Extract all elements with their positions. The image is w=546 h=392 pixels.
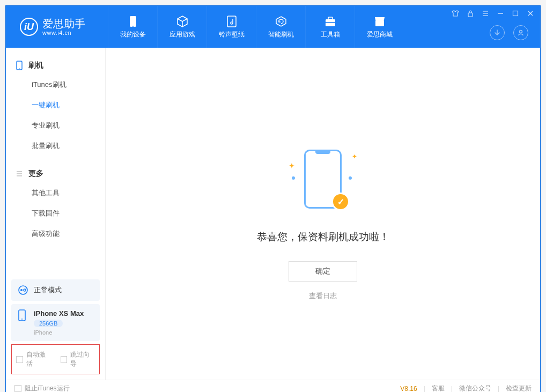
svg-rect-5: [326, 22, 335, 23]
tab-smart-flash[interactable]: 智能刷机: [256, 6, 305, 48]
svg-point-17: [19, 68, 20, 69]
version-label: V8.16: [400, 385, 417, 393]
check-badge-icon: ✓: [331, 193, 350, 211]
checkbox-label: 自动激活: [26, 350, 51, 368]
logo-text: 爱思助手 www.i4.cn: [42, 18, 85, 36]
tab-label: 我的设备: [120, 30, 146, 39]
sidebar-item-itunes-flash[interactable]: iTunes刷机: [6, 75, 105, 95]
dot-icon: [349, 176, 352, 180]
footer-link-support[interactable]: 客服: [432, 384, 445, 392]
checkbox-label: 阻止iTunes运行: [25, 384, 70, 392]
app-footer: 阻止iTunes运行 V8.16 | 客服 | 微信公众号 | 检查更新: [6, 380, 540, 392]
svg-rect-0: [130, 16, 136, 27]
sparkle-icon: ✦: [352, 153, 357, 160]
svg-point-23: [24, 289, 26, 291]
divider: |: [498, 385, 499, 393]
success-message: 恭喜您，保资料刷机成功啦！: [257, 230, 389, 244]
shop-icon: [373, 15, 386, 28]
sidebar: 刷机 iTunes刷机 一键刷机 专业刷机 批量刷机 更多 其他工具 下载固件 …: [6, 48, 106, 380]
mode-box[interactable]: 正常模式: [11, 279, 100, 301]
tab-toolbox[interactable]: 工具箱: [305, 6, 355, 48]
footer-link-wechat[interactable]: 微信公众号: [459, 384, 491, 392]
svg-point-22: [20, 289, 23, 291]
sidebar-group-flash: 刷机 iTunes刷机 一键刷机 专业刷机 批量刷机: [6, 48, 105, 156]
tab-label: 应用游戏: [169, 30, 195, 39]
svg-rect-1: [132, 26, 134, 27]
sparkle-icon: ✦: [289, 161, 295, 170]
svg-rect-2: [227, 16, 236, 27]
device-icon: [18, 309, 28, 320]
sidebar-item-onekey-flash[interactable]: 一键刷机: [6, 95, 105, 115]
svg-point-25: [21, 319, 23, 320]
toolbox-icon: [324, 15, 337, 28]
svg-rect-4: [328, 17, 333, 19]
sidebar-item-batch-flash[interactable]: 批量刷机: [6, 136, 105, 156]
svg-rect-7: [468, 13, 473, 17]
tab-label: 铃声壁纸: [219, 30, 245, 39]
window-controls: [451, 9, 535, 18]
success-illustration: ✦ ✦ ✓: [285, 150, 360, 214]
nav-tabs: 我的设备 应用游戏 铃声壁纸 智能刷机: [108, 6, 404, 48]
sidebar-device-panel: 正常模式 iPhone XS Max 256GB iPhone 自动激: [6, 276, 105, 380]
checkbox-skip-guide[interactable]: 跳过向导: [61, 350, 95, 368]
divider: |: [451, 385, 453, 393]
sync-icon: [275, 15, 287, 28]
view-log-link[interactable]: 查看日志: [309, 291, 337, 301]
device-info: iPhone XS Max 256GB iPhone: [34, 309, 84, 336]
mode-icon: [18, 285, 28, 295]
group-title: 刷机: [28, 61, 43, 70]
app-header: iU 爱思助手 www.i4.cn 我的设备 应用游戏: [6, 6, 540, 48]
checkbox-label: 跳过向导: [70, 350, 95, 368]
ok-button[interactable]: 确定: [289, 261, 357, 282]
logo-icon: iU: [20, 18, 38, 36]
footer-left: 阻止iTunes运行: [14, 384, 70, 392]
more-icon: [16, 170, 23, 177]
checkbox-icon: [16, 356, 23, 363]
sidebar-group-more: 更多 其他工具 下载固件 高级功能: [6, 156, 105, 244]
sidebar-item-advanced[interactable]: 高级功能: [6, 224, 105, 244]
tab-ringtones-wallpapers[interactable]: 铃声壁纸: [206, 6, 256, 48]
account-button[interactable]: [513, 25, 528, 40]
tab-store[interactable]: 爱思商城: [355, 6, 404, 48]
tab-my-device[interactable]: 我的设备: [108, 6, 157, 48]
device-small-icon: [16, 61, 23, 70]
device-name: iPhone XS Max: [34, 309, 84, 317]
tab-label: 智能刷机: [268, 30, 294, 39]
sidebar-group-header: 刷机: [6, 56, 105, 75]
shirt-icon[interactable]: [451, 9, 460, 18]
download-button[interactable]: [490, 25, 505, 40]
phone-notch: [315, 151, 330, 154]
menu-icon[interactable]: [481, 9, 490, 18]
footer-right: V8.16 | 客服 | 微信公众号 | 检查更新: [400, 384, 532, 392]
sidebar-item-pro-flash[interactable]: 专业刷机: [6, 115, 105, 136]
maximize-icon[interactable]: [511, 9, 520, 18]
main-content: ✦ ✦ ✓ 恭喜您，保资料刷机成功啦！ 确定 查看日志: [106, 48, 540, 380]
mode-label: 正常模式: [34, 285, 62, 295]
logo-section: iU 爱思助手 www.i4.cn: [6, 18, 108, 36]
app-window: iU 爱思助手 www.i4.cn 我的设备 应用游戏: [5, 5, 541, 392]
device-box[interactable]: iPhone XS Max 256GB iPhone: [11, 304, 100, 341]
svg-rect-12: [513, 11, 518, 16]
checkbox-stop-itunes[interactable]: 阻止iTunes运行: [14, 384, 70, 392]
checkbox-icon: [61, 356, 68, 363]
device-type: iPhone: [34, 329, 84, 336]
app-subtitle: www.i4.cn: [42, 29, 85, 36]
app-title: 爱思助手: [42, 18, 85, 29]
app-body: 刷机 iTunes刷机 一键刷机 专业刷机 批量刷机 更多 其他工具 下载固件 …: [6, 48, 540, 380]
tab-label: 工具箱: [321, 30, 340, 39]
svg-point-15: [520, 31, 522, 33]
cube-icon: [176, 15, 189, 28]
lock-icon[interactable]: [466, 9, 475, 18]
close-icon[interactable]: [526, 9, 535, 18]
group-title: 更多: [28, 169, 43, 179]
footer-link-check-update[interactable]: 检查更新: [506, 384, 532, 392]
checkbox-auto-activate[interactable]: 自动激活: [16, 350, 51, 368]
sidebar-item-other-tools[interactable]: 其他工具: [6, 183, 105, 203]
sidebar-item-download-firmware[interactable]: 下载固件: [6, 203, 105, 224]
tab-apps-games[interactable]: 应用游戏: [157, 6, 206, 48]
phone-icon: [127, 15, 139, 28]
svg-rect-6: [375, 20, 384, 26]
minimize-icon[interactable]: [496, 9, 505, 18]
sidebar-group-header: 更多: [6, 165, 105, 183]
device-capacity: 256GB: [34, 320, 63, 327]
